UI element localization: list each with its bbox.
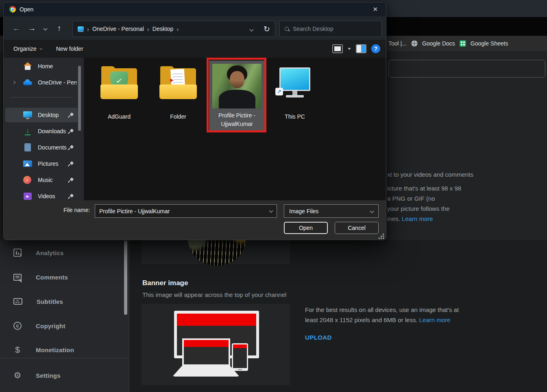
- banner-section-subtitle: This image will appear across the top of…: [142, 291, 286, 298]
- google-sheets-icon: [460, 40, 466, 47]
- fragment-text: ines.: [387, 215, 400, 222]
- file-adguard-folder[interactable]: [100, 68, 138, 99]
- view-mode-chevron[interactable]: [348, 48, 351, 50]
- studio-sidebar-scrollbar[interactable]: [124, 240, 127, 315]
- pin-icon: [68, 113, 74, 118]
- expand-chevron-icon[interactable]: [12, 81, 15, 84]
- recent-locations-chevron[interactable]: [44, 23, 47, 31]
- picture-hint-fragment: a PNG or GIF (no: [387, 195, 435, 202]
- banner-learn-more-link[interactable]: Learn more: [419, 316, 451, 323]
- sidebar-item-home[interactable]: Home: [5, 59, 78, 74]
- sidebar-item-downloads[interactable]: Downloads: [5, 124, 78, 139]
- analytics-icon: [13, 249, 22, 257]
- pin-icon: [68, 145, 74, 150]
- google-docs-icon: [411, 40, 418, 47]
- downloads-icon: [23, 127, 32, 135]
- new-folder-label: New folder: [56, 45, 83, 52]
- file-label: AdGuard: [100, 113, 138, 121]
- pictures-icon: [23, 160, 32, 168]
- sidebar-item-onedrive[interactable]: OneDrive - Perso: [5, 75, 78, 90]
- file-type-select[interactable]: Image Files: [284, 204, 379, 218]
- sidebar-item-label: Home: [38, 63, 53, 69]
- dialog-title: Open: [20, 6, 33, 13]
- file-this-pc[interactable]: [275, 67, 315, 100]
- up-button[interactable]: ↑: [57, 24, 61, 32]
- sidebar-item-subtitles[interactable]: Subtitles: [0, 294, 129, 309]
- cancel-button[interactable]: Cancel: [335, 222, 379, 234]
- open-dialog: Open ✕ ← → ↑ › OneDrive - Personal › Des…: [3, 2, 386, 240]
- monitor-icon: [279, 67, 310, 91]
- sidebar-item-label: Subtitles: [37, 298, 63, 305]
- breadcrumb-separator: ›: [87, 26, 89, 32]
- view-mode-icon[interactable]: [332, 44, 343, 53]
- sidebar-item-monetization[interactable]: Monetization: [0, 342, 129, 357]
- sidebar-item-desktop[interactable]: Desktop: [5, 108, 78, 122]
- sidebar-item-analytics[interactable]: Analytics: [0, 245, 129, 260]
- picture-hint-fragment: your picture follows the: [387, 205, 449, 212]
- monetization-icon: [13, 345, 22, 354]
- sidebar-item-label: OneDrive - Perso: [38, 79, 77, 86]
- search-input[interactable]: [293, 26, 366, 32]
- organize-button[interactable]: Organize: [13, 45, 41, 52]
- pin-icon: [68, 129, 74, 134]
- upload-banner-button[interactable]: UPLOAD: [305, 334, 332, 341]
- sidebar-item-settings[interactable]: Settings: [0, 368, 129, 383]
- learn-more-link[interactable]: Learn more: [402, 215, 433, 222]
- new-folder-button[interactable]: New folder: [56, 45, 83, 52]
- address-bar[interactable]: › OneDrive - Personal › Desktop › ↻: [72, 21, 275, 37]
- onedrive-cloud-icon: [23, 78, 32, 87]
- phone-illustration: [232, 343, 248, 371]
- copyright-icon: [13, 322, 22, 330]
- screen: Tool |... Google Docs Google Sheets xt t…: [0, 0, 547, 392]
- address-dropdown-chevron[interactable]: [250, 25, 253, 32]
- open-button[interactable]: Open: [284, 222, 328, 234]
- file-type-value: Image Files: [289, 208, 318, 214]
- resize-grip[interactable]: [378, 233, 384, 239]
- forward-button[interactable]: →: [28, 24, 36, 32]
- file-type-chevron: [370, 209, 374, 213]
- dialog-main-area: Home OneDrive - Perso Desktop Downloads: [4, 58, 386, 200]
- chrome-icon: [9, 6, 16, 13]
- breadcrumb-separator: ›: [147, 26, 149, 32]
- picture-hint-fragment: icture that's at least 98 x 98: [387, 185, 461, 192]
- laptop-screen-illustration: [182, 338, 230, 366]
- file-name-input[interactable]: [95, 204, 277, 218]
- bookmark-tool[interactable]: Tool |...: [388, 40, 407, 47]
- sidebar-item-documents[interactable]: Documents: [5, 140, 78, 155]
- sidebar-scrollbar[interactable]: [78, 66, 81, 131]
- breadcrumb-separator: ›: [177, 26, 179, 32]
- sidebar-divider: [0, 358, 129, 358]
- file-label: This PC: [276, 113, 314, 121]
- sidebar-item-label: Downloads: [38, 128, 66, 134]
- studio-sidebar: Analytics Comments Subtitles Copyright M…: [0, 240, 129, 392]
- bookmark-google-sheets[interactable]: Google Sheets: [471, 40, 508, 47]
- back-button[interactable]: ←: [13, 24, 20, 32]
- breadcrumb-onedrive[interactable]: OneDrive - Personal: [92, 26, 144, 32]
- help-icon[interactable]: [371, 44, 380, 53]
- hint-text: least 2048 x 1152 pixels and 6MB or less…: [305, 316, 418, 323]
- picture-description-fragment: xt to your videos and comments: [387, 171, 473, 178]
- bookmark-google-docs[interactable]: Google Docs: [422, 40, 455, 47]
- sidebar-item-label: Pictures: [38, 160, 59, 167]
- breadcrumb-desktop[interactable]: Desktop: [153, 26, 173, 32]
- sidebar-item-pictures[interactable]: Pictures: [5, 156, 78, 171]
- file-folder[interactable]: [159, 68, 197, 99]
- comments-icon: [13, 274, 22, 281]
- preview-pane-icon[interactable]: [356, 44, 366, 53]
- sidebar-item-comments[interactable]: Comments: [0, 270, 129, 284]
- dialog-sidebar: Home OneDrive - Perso Desktop Downloads: [4, 58, 84, 200]
- refresh-icon[interactable]: ↻: [264, 24, 270, 34]
- sidebar-item-music[interactable]: Music: [5, 173, 78, 187]
- document-peek-icon: [170, 69, 185, 87]
- laptop-illustration: [172, 366, 240, 377]
- close-icon[interactable]: ✕: [370, 5, 380, 14]
- dialog-footer: File name: Image Files Open Cancel: [4, 200, 386, 240]
- organize-label: Organize: [13, 45, 37, 52]
- pin-icon: [68, 178, 74, 183]
- text-field-outline[interactable]: [388, 60, 545, 78]
- sidebar-item-label: Copyright: [36, 323, 65, 329]
- file-profile-picture[interactable]: Profile Pictire - UjjwalKumar: [209, 61, 265, 130]
- sidebar-item-copyright[interactable]: Copyright: [0, 318, 129, 333]
- file-label: Folder: [159, 113, 197, 121]
- file-name-label: File name:: [63, 207, 90, 213]
